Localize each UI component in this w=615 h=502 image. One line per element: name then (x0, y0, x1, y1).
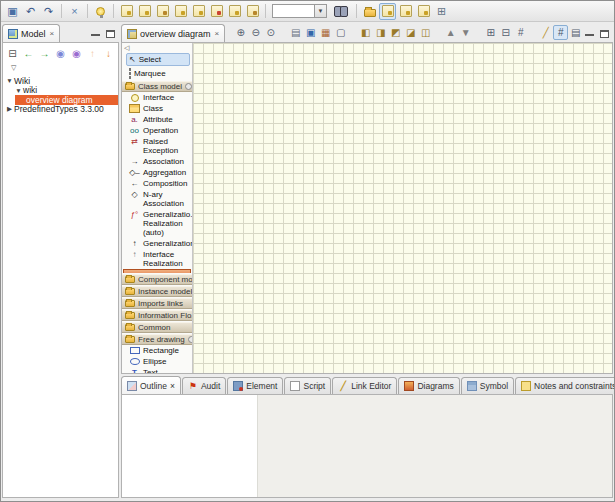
pin-icon[interactable] (185, 83, 192, 90)
navigate-forward-icon[interactable]: → (37, 46, 52, 61)
tree-item[interactable]: ▶PredefinedTypes 3.3.00 (3, 105, 118, 115)
collapse-all-icon[interactable]: ⊟ (5, 46, 20, 61)
tab-notes-and-constraints[interactable]: Notes and constraints (515, 377, 615, 394)
palette-tool-marquee[interactable]: Marquee (126, 67, 190, 80)
duplicate-icon[interactable]: ◫ (418, 25, 433, 40)
diagram-canvas[interactable] (193, 43, 612, 373)
palette-section-common[interactable]: Common (122, 322, 192, 333)
outline-preview-area[interactable] (122, 395, 258, 497)
create-interface-icon[interactable] (154, 3, 171, 20)
expander-icon[interactable]: ▼ (5, 77, 14, 84)
bring-forward-icon[interactable]: ▲ (443, 25, 458, 40)
flag-icon[interactable]: ⚑ (117, 46, 118, 61)
create-deployment-diagram-icon[interactable] (244, 3, 261, 20)
navigate-back-icon[interactable]: ← (21, 46, 36, 61)
tab-outline[interactable]: Outline× (121, 376, 181, 394)
maximize-icon[interactable] (600, 30, 609, 38)
match-size-icon[interactable]: ⊟ (498, 25, 513, 40)
copy-appearance-icon[interactable]: ◧ (358, 25, 373, 40)
tab-script[interactable]: Script (284, 377, 331, 394)
save-icon[interactable]: ▣ (4, 3, 21, 20)
save-as-image-icon[interactable]: ▣ (303, 25, 318, 40)
palette-section-imports-links[interactable]: Imports links (122, 298, 192, 309)
palette-item[interactable]: ◇–Aggregation (122, 167, 192, 178)
palette-item[interactable]: a.Attribute (122, 114, 192, 125)
move-up-icon[interactable]: ↑ (85, 46, 100, 61)
create-class-diagram-icon[interactable] (172, 3, 189, 20)
palette-section-information-flo-[interactable]: Information Flo... (122, 310, 192, 321)
palette-item[interactable]: Ellipse (122, 356, 192, 367)
close-icon[interactable]: × (50, 29, 55, 38)
link-with-editor-icon[interactable] (379, 3, 396, 20)
paste-icon[interactable]: ◪ (403, 25, 418, 40)
combo-dropdown-icon[interactable]: ▼ (314, 4, 327, 18)
filter-view-icon[interactable] (415, 3, 432, 20)
view-menu-chevron-icon[interactable]: ▽ (11, 64, 16, 72)
palette-item[interactable]: ooOperation (122, 125, 192, 136)
palette-item[interactable]: ƒ°Generalizatio... Realization (auto) (122, 209, 192, 238)
snap-to-grid-icon[interactable]: # (553, 25, 568, 40)
tree-item[interactable]: ▼Wiki (3, 76, 118, 86)
palette-item[interactable]: →Association (122, 156, 192, 167)
expander-icon[interactable]: ▼ (14, 87, 23, 94)
copy-image-icon[interactable]: ▦ (318, 25, 333, 40)
copy-icon[interactable]: ◩ (388, 25, 403, 40)
tab-symbol[interactable]: Symbol (461, 377, 514, 394)
undo-icon[interactable]: ↶ (22, 3, 39, 20)
palette-collapse-icon[interactable]: ◁ (124, 44, 129, 52)
palette-item[interactable]: Interface (122, 92, 192, 103)
search-input[interactable] (272, 4, 314, 18)
tree-item[interactable]: ▼wiki (3, 86, 118, 96)
palette-item[interactable]: ⇄Raised Exception (122, 136, 192, 156)
create-class-icon[interactable] (136, 3, 153, 20)
minimize-icon[interactable] (585, 33, 594, 36)
tree-item[interactable]: overview diagram (15, 95, 118, 105)
search-icon[interactable] (334, 6, 348, 16)
flat-view-icon[interactable] (397, 3, 414, 20)
redo-icon[interactable]: ↷ (40, 3, 57, 20)
expander-icon[interactable]: ▶ (5, 105, 14, 113)
palette-item[interactable]: ◇N-ary Association (122, 189, 192, 209)
zoom-in-icon[interactable]: ⊕ (233, 25, 248, 40)
related-elements-left-icon[interactable]: ◉ (53, 46, 68, 61)
close-icon[interactable]: × (215, 29, 220, 38)
create-usecase-diagram-icon[interactable] (208, 3, 225, 20)
edit-links-icon[interactable]: ╱ (538, 25, 553, 40)
close-icon[interactable]: × (170, 381, 175, 391)
grid-view-icon[interactable]: ⊞ (433, 3, 450, 20)
create-statemachine-diagram-icon[interactable] (226, 3, 243, 20)
tab-overview-diagram[interactable]: overview diagram × (121, 24, 225, 42)
minimize-icon[interactable] (91, 33, 100, 36)
palette-tool-select[interactable]: ↖Select (126, 53, 190, 66)
align-boxes-icon[interactable]: ⊞ (483, 25, 498, 40)
palette-item[interactable]: Rectangle (122, 345, 192, 356)
palette-item[interactable]: Class (122, 103, 192, 114)
open-folder-icon[interactable] (361, 3, 378, 20)
paste-appearance-icon[interactable]: ◨ (373, 25, 388, 40)
create-sequence-diagram-icon[interactable] (190, 3, 207, 20)
pin-icon[interactable] (188, 336, 192, 343)
lightbulb-icon[interactable] (92, 3, 109, 20)
palette-section-instance-model[interactable]: Instance model (122, 286, 192, 297)
palette-item[interactable]: TText (122, 367, 192, 373)
print-icon[interactable]: ▤ (288, 25, 303, 40)
move-down-icon[interactable]: ↓ (101, 46, 116, 61)
delete-icon[interactable]: × (66, 3, 83, 20)
tab-element[interactable]: Element (227, 377, 283, 394)
show-layers-icon[interactable]: ▤ (568, 25, 583, 40)
palette-item[interactable]: ↑Generalization (122, 238, 192, 249)
palette-section-free-drawing[interactable]: Free drawing (122, 334, 192, 345)
send-backward-icon[interactable]: ▼ (458, 25, 473, 40)
zoom-out-icon[interactable]: ⊖ (248, 25, 263, 40)
tab-model[interactable]: Model × (2, 24, 60, 42)
tab-diagrams[interactable]: Diagrams (398, 377, 459, 394)
create-package-icon[interactable] (118, 3, 135, 20)
palette-item[interactable]: ↑Interface Realization (122, 249, 192, 269)
tab-audit[interactable]: ⚑Audit (182, 377, 226, 394)
palette-section-component-mo-[interactable]: Component mo... (122, 274, 192, 285)
tab-link-editor[interactable]: ╱Link Editor (332, 377, 397, 394)
palette-section-class-model[interactable]: Class model (122, 81, 192, 92)
maximize-icon[interactable] (106, 30, 115, 38)
show-frame-icon[interactable]: ▢ (333, 25, 348, 40)
palette-item[interactable]: ←Composition (122, 178, 192, 189)
